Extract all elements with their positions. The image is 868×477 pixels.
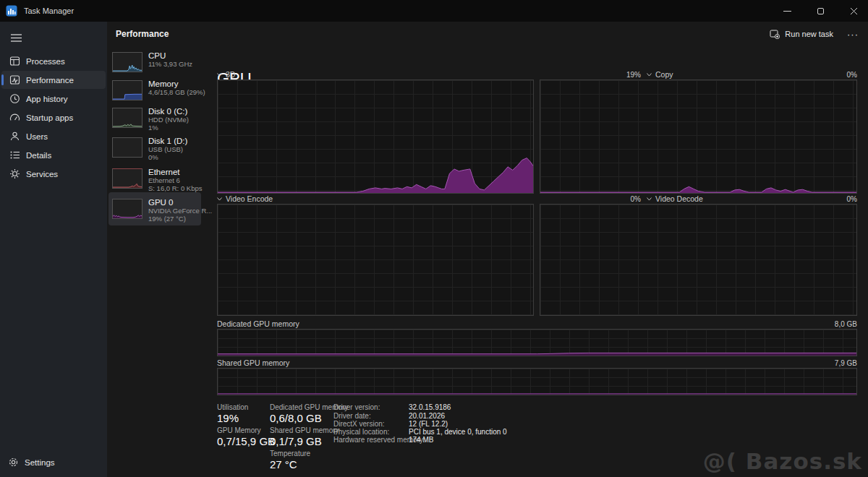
stat-utilisation-label: Utilisation bbox=[217, 403, 248, 411]
chart-label-text: Video Encode bbox=[226, 194, 273, 203]
perf-item-sub: 19% (27 °C) bbox=[148, 215, 203, 223]
memory-mini-chart bbox=[112, 80, 142, 100]
gpu-video-encode-chart bbox=[217, 204, 534, 316]
watermark: @( Bazos.sk bbox=[703, 448, 862, 474]
perf-item-title: Ethernet bbox=[148, 168, 203, 176]
driver-version-label: Driver version: bbox=[333, 403, 380, 411]
perf-list-item-gpu0[interactable]: GPU 0 NVIDIA GeForce R... 19% (27 °C) bbox=[109, 192, 201, 225]
chart-value-video-encode: 0% bbox=[584, 195, 641, 203]
stat-temperature-value: 27 °C bbox=[270, 458, 297, 470]
chart-label-text: Video Decode bbox=[655, 194, 703, 203]
gpu0-mini-chart bbox=[112, 199, 142, 219]
chart-label-3d[interactable]: 3D bbox=[217, 70, 235, 79]
chart-label-text: Copy bbox=[655, 70, 673, 79]
gpu-copy-chart bbox=[540, 80, 857, 194]
chart-label-text: 3D bbox=[226, 70, 235, 79]
maximize-button[interactable] bbox=[806, 0, 835, 22]
stat-utilisation-value: 19% bbox=[217, 412, 239, 424]
sidebar-item-label: Users bbox=[26, 132, 48, 141]
chevron-down-icon bbox=[647, 73, 652, 77]
gpu-video-decode-chart bbox=[540, 204, 857, 316]
minimize-icon bbox=[783, 7, 791, 15]
close-icon bbox=[850, 7, 858, 15]
shared-memory-max: 7,9 GB bbox=[799, 359, 857, 367]
perf-item-sub: 4,6/15,8 GB (29%) bbox=[148, 88, 203, 96]
perf-item-sub: 11% 3,93 GHz bbox=[148, 60, 203, 68]
ellipsis-icon: ··· bbox=[847, 29, 859, 40]
settings-label: Settings bbox=[25, 458, 55, 467]
chart-value-3d: 19% bbox=[584, 71, 641, 79]
users-icon bbox=[9, 131, 20, 142]
sidebar-item-app-history[interactable]: App history bbox=[1, 90, 106, 108]
stat-temperature-label: Temperature bbox=[270, 450, 310, 457]
sidebar-item-startup-apps[interactable]: Startup apps bbox=[1, 108, 106, 126]
sidebar-item-label: Services bbox=[26, 170, 58, 179]
chevron-down-icon bbox=[217, 73, 222, 77]
run-new-task-button[interactable]: Run new task bbox=[764, 26, 839, 42]
menu-toggle-button[interactable] bbox=[6, 27, 26, 48]
sidebar-item-details[interactable]: Details bbox=[1, 146, 106, 164]
sidebar-item-settings[interactable]: Settings bbox=[1, 453, 106, 471]
details-icon bbox=[9, 150, 20, 160]
directx-version-value: 12 (FL 12.2) bbox=[409, 420, 448, 428]
perf-item-title: GPU 0 bbox=[148, 198, 203, 207]
titlebar: Task Manager bbox=[0, 0, 868, 22]
sidebar-item-services[interactable]: Services bbox=[1, 165, 106, 183]
sidebar-item-label: Startup apps bbox=[26, 113, 73, 122]
perf-item-sub: S: 16,0 R: 0 Kbps bbox=[148, 184, 203, 192]
driver-date-value: 20.01.2026 bbox=[409, 412, 445, 420]
stat-dedicated-value: 0,6/8,0 GB bbox=[270, 412, 322, 424]
cpu-mini-chart bbox=[112, 52, 142, 72]
close-button[interactable] bbox=[839, 0, 868, 22]
perf-item-title: Disk 1 (D:) bbox=[148, 137, 203, 145]
sidebar-item-label: Processes bbox=[26, 57, 65, 66]
physical-location-label: Physical location: bbox=[333, 428, 389, 436]
perf-item-sub: Ethernet 6 bbox=[148, 176, 203, 184]
shared-memory-chart bbox=[217, 368, 857, 395]
perf-item-sub: USB (USB) bbox=[148, 145, 203, 153]
sidebar-item-performance[interactable]: Performance bbox=[1, 71, 106, 89]
more-options-button[interactable]: ··· bbox=[843, 26, 862, 42]
task-manager-app-icon bbox=[6, 5, 17, 17]
chart-label-copy[interactable]: Copy bbox=[647, 70, 673, 79]
chart-label-video-encode[interactable]: Video Encode bbox=[217, 194, 273, 203]
stat-shared-value: 0,1/7,9 GB bbox=[270, 435, 322, 447]
chart-label-video-decode[interactable]: Video Decode bbox=[647, 194, 703, 203]
run-new-task-icon bbox=[770, 29, 780, 39]
dedicated-memory-label: Dedicated GPU memory bbox=[217, 319, 299, 328]
maximize-icon bbox=[817, 7, 825, 15]
processes-icon bbox=[9, 56, 20, 66]
sidebar-item-users[interactable]: Users bbox=[1, 127, 106, 145]
sidebar-item-label: Performance bbox=[26, 76, 74, 85]
minimize-button[interactable] bbox=[773, 0, 801, 22]
stat-gpu-memory-label: GPU Memory bbox=[217, 426, 261, 434]
physical-location-value: PCI bus 1, device 0, function 0 bbox=[409, 428, 507, 436]
sidebar-nav: Processes Performance App history Startu… bbox=[0, 52, 107, 184]
perf-item-title: CPU bbox=[148, 51, 203, 60]
dedicated-memory-max: 8,0 GB bbox=[799, 320, 857, 328]
stat-gpu-memory-value: 0,7/15,9 GB bbox=[217, 435, 275, 447]
disk1-mini-chart bbox=[112, 137, 142, 158]
perf-item-sub: 1% bbox=[148, 124, 203, 132]
sidebar: Processes Performance App history Startu… bbox=[0, 22, 107, 477]
settings-gear-icon bbox=[7, 457, 19, 468]
driver-version-value: 32.0.15.9186 bbox=[409, 403, 451, 411]
driver-date-label: Driver date: bbox=[333, 412, 371, 420]
chart-value-video-decode: 0% bbox=[801, 195, 857, 203]
hamburger-icon bbox=[11, 34, 22, 42]
perf-item-sub: NVIDIA GeForce R... bbox=[148, 207, 203, 215]
chevron-down-icon bbox=[647, 197, 652, 201]
disk0-mini-chart bbox=[112, 108, 142, 128]
hardware-reserved-value: 174 MB bbox=[409, 436, 433, 444]
ethernet-mini-chart bbox=[112, 168, 142, 189]
sidebar-item-processes[interactable]: Processes bbox=[1, 52, 106, 70]
sidebar-item-label: App history bbox=[26, 95, 68, 103]
shared-memory-label: Shared GPU memory bbox=[217, 358, 289, 367]
page-title: Performance bbox=[116, 29, 169, 39]
perf-item-title: Disk 0 (C:) bbox=[148, 107, 203, 116]
stat-shared-label: Shared GPU memory bbox=[270, 426, 339, 434]
app-history-icon bbox=[9, 93, 20, 104]
startup-apps-icon bbox=[9, 112, 20, 123]
perf-item-sub: 0% bbox=[148, 153, 203, 161]
dedicated-memory-chart bbox=[217, 329, 857, 356]
